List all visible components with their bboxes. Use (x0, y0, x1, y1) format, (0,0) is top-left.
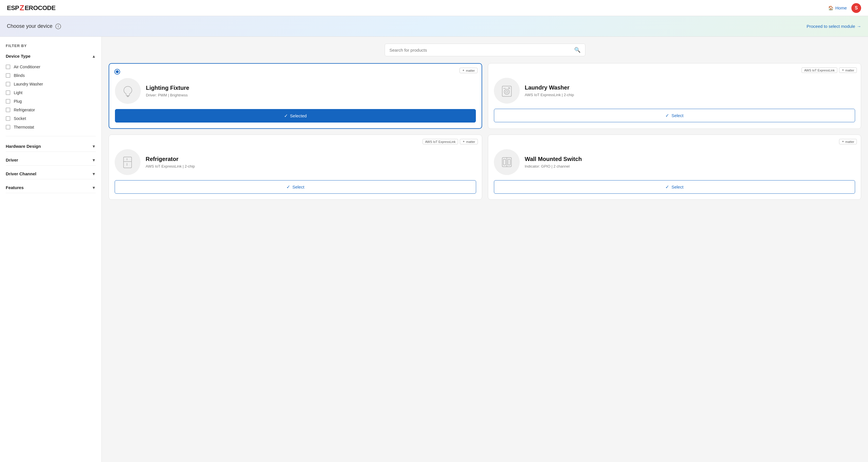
badge-matter-laundry: ✦ matter (839, 67, 857, 73)
home-icon: 🏠 (828, 5, 834, 10)
chevron-down-icon-hardware: ▼ (92, 144, 96, 149)
svg-point-6 (508, 88, 510, 89)
matter-star-icon-wall-switch: ✦ (842, 140, 844, 143)
svg-point-3 (504, 89, 509, 94)
device-type-title: Device Type (6, 54, 30, 59)
device-type-header[interactable]: Device Type ▲ (6, 54, 96, 59)
search-input[interactable] (390, 48, 574, 53)
header: ESP Z EROCODE 🏠 Home S (0, 0, 868, 16)
label-refrigerator: Refrigerator (14, 108, 35, 112)
wall-mounted-switch-title: Wall Mounted Switch (525, 156, 582, 163)
svg-rect-2 (502, 86, 512, 96)
filter-by-title: FILTER BY (6, 44, 96, 48)
logo-erocode: EROCODE (25, 4, 56, 12)
label-socket: Socket (14, 116, 26, 121)
select-label-laundry: Select (671, 113, 683, 118)
chevron-up-icon: ▲ (92, 54, 96, 59)
label-plug: Plug (14, 99, 22, 104)
card-badges-wall-switch: ✦ matter (839, 139, 857, 144)
svg-rect-13 (503, 159, 506, 165)
label-air-conditioner: Air Conditioner (14, 64, 40, 69)
card-badges-laundry-washer: AWS IoT ExpressLink ✦ matter (802, 67, 857, 73)
search-icon: 🔍 (574, 47, 581, 53)
banner: Choose your device i Proceed to select m… (0, 16, 868, 37)
checkbox-light[interactable] (6, 90, 10, 95)
select-button-wall-mounted-switch[interactable]: ✓ Select (494, 180, 856, 194)
card-info-refrigerator: Refrigerator AWS IoT ExpressLink | 2-chi… (146, 156, 195, 168)
lighting-fixture-icon-circle (115, 78, 141, 104)
check-icon-lighting: ✓ (284, 113, 288, 118)
home-link[interactable]: 🏠 Home (828, 5, 847, 10)
filter-item-refrigerator[interactable]: Refrigerator (6, 106, 96, 114)
refrigerator-title: Refrigerator (146, 156, 195, 163)
card-body-laundry-washer: Laundry Washer AWS IoT ExpressLink | 2-c… (494, 78, 856, 104)
label-light: Light (14, 90, 22, 95)
product-grid: ✦ matter Lighting Fixture Drive (108, 63, 861, 200)
driver-title: Driver (6, 157, 18, 163)
checkbox-refrigerator[interactable] (6, 108, 10, 112)
chevron-down-icon-features: ▼ (92, 185, 96, 190)
badge-matter-refrigerator: ✦ matter (460, 139, 477, 144)
filter-item-socket[interactable]: Socket (6, 114, 96, 123)
banner-left: Choose your device i (7, 23, 61, 29)
chevron-down-icon-driver: ▼ (92, 158, 96, 163)
card-info-lighting-fixture: Lighting Fixture Driver: PWM | Brightnes… (146, 85, 189, 97)
check-icon-wall-switch: ✓ (665, 184, 669, 190)
switch-icon (500, 155, 514, 169)
select-label-wall-switch: Select (671, 184, 683, 190)
filter-item-plug[interactable]: Plug (6, 97, 96, 106)
filter-section-driver[interactable]: Driver ▼ (6, 155, 96, 166)
proceed-link[interactable]: Proceed to select module → (807, 24, 861, 29)
filter-item-air-conditioner[interactable]: Air Conditioner (6, 63, 96, 71)
filter-section-driver-channel[interactable]: Driver Channel ▼ (6, 168, 96, 179)
check-icon-refrigerator: ✓ (286, 184, 290, 190)
filter-section-features[interactable]: Features ▼ (6, 182, 96, 193)
select-button-laundry-washer[interactable]: ✓ Select (494, 109, 856, 122)
select-button-lighting-fixture[interactable]: ✓ Selected (115, 109, 476, 122)
card-info-laundry-washer: Laundry Washer AWS IoT ExpressLink | 2-c… (525, 84, 574, 97)
filter-item-blinds[interactable]: Blinds (6, 71, 96, 80)
refrigerator-icon-circle (115, 149, 141, 175)
info-icon[interactable]: i (55, 24, 61, 29)
checkbox-plug[interactable] (6, 99, 10, 104)
refrigerator-subtitle: AWS IoT ExpressLink | 2-chip (146, 164, 195, 168)
checkbox-thermostat[interactable] (6, 125, 10, 129)
badge-matter-lighting: ✦ matter (460, 68, 477, 73)
home-label: Home (835, 5, 847, 10)
card-badges-refrigerator: AWS IoT ExpressLink ✦ matter (423, 139, 478, 144)
select-button-refrigerator[interactable]: ✓ Select (115, 180, 476, 194)
bulb-icon (121, 84, 135, 98)
header-right: 🏠 Home S (828, 3, 861, 13)
svg-point-4 (506, 91, 508, 93)
checkbox-socket[interactable] (6, 116, 10, 121)
avatar[interactable]: S (851, 3, 861, 13)
hardware-design-title: Hardware Design (6, 144, 41, 149)
checkbox-blinds[interactable] (6, 73, 10, 78)
fridge-icon (121, 155, 134, 169)
filter-item-thermostat[interactable]: Thermostat (6, 123, 96, 132)
check-icon-laundry: ✓ (665, 113, 669, 118)
card-info-wall-mounted-switch: Wall Mounted Switch Indicator: GPIO | 2 … (525, 156, 582, 168)
driver-channel-title: Driver Channel (6, 171, 36, 176)
card-badges-lighting-fixture: ✦ matter (460, 68, 477, 73)
filter-section-hardware-design[interactable]: Hardware Design ▼ (6, 141, 96, 152)
checkbox-air-conditioner[interactable] (6, 64, 10, 69)
filter-item-laundry-washer[interactable]: Laundry Washer (6, 80, 96, 88)
badge-aws-refrigerator: AWS IoT ExpressLink (423, 139, 458, 144)
card-body-lighting-fixture: Lighting Fixture Driver: PWM | Brightnes… (115, 78, 476, 104)
banner-title: Choose your device (7, 23, 53, 29)
select-label-refrigerator: Select (292, 184, 304, 190)
matter-star-icon-refrigerator: ✦ (462, 140, 465, 143)
card-radio-lighting-fixture[interactable] (114, 69, 120, 75)
wall-mounted-switch-icon-circle (494, 149, 520, 175)
filter-item-light[interactable]: Light (6, 88, 96, 97)
label-thermostat: Thermostat (14, 125, 34, 129)
lighting-fixture-subtitle: Driver: PWM | Brightness (146, 93, 189, 97)
matter-star-icon: ✦ (462, 68, 465, 72)
logo-esp: ESP (7, 4, 19, 12)
laundry-washer-title: Laundry Washer (525, 84, 574, 91)
matter-star-icon-laundry: ✦ (842, 68, 844, 72)
checkbox-laundry-washer[interactable] (6, 82, 10, 86)
device-type-items: Air Conditioner Blinds Laundry Washer Li… (6, 63, 96, 132)
selected-label: Selected (290, 113, 307, 118)
